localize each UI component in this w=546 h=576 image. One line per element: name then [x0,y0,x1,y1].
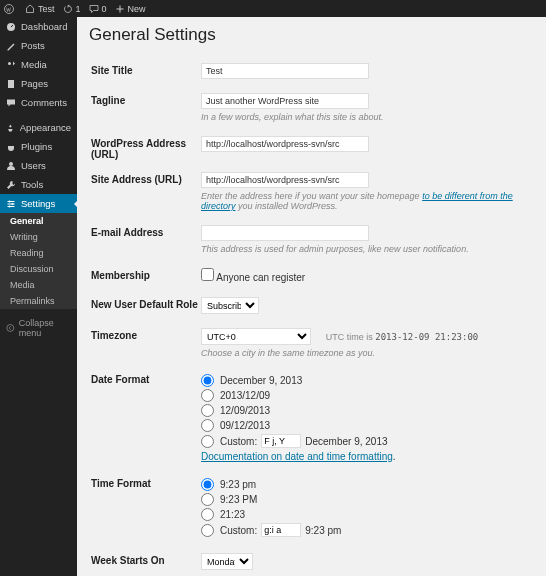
time-format-radio-custom[interactable] [201,524,214,537]
comments-link[interactable]: 0 [89,4,107,14]
menu-comments[interactable]: Comments [0,93,77,112]
date-format-radio-custom[interactable] [201,435,214,448]
site-url-label: Site Address (URL) [91,168,199,219]
timezone-select[interactable]: UTC+0 [201,328,311,345]
date-format-radio-1[interactable] [201,389,214,402]
collapse-menu[interactable]: Collapse menu [0,313,77,343]
menu-posts[interactable]: Posts [0,36,77,55]
svg-point-8 [9,200,11,202]
date-format-radio-0[interactable] [201,374,214,387]
svg-rect-3 [8,80,14,88]
svg-point-4 [9,162,13,166]
submenu-discussion[interactable]: Discussion [0,261,77,277]
utc-time: 2013-12-09 21:23:00 [375,332,478,342]
wp-url-input[interactable] [201,136,369,152]
time-format-radio-1[interactable] [201,493,214,506]
page-title: General Settings [89,25,534,45]
time-format-label: Time Format [91,472,199,547]
date-custom-input[interactable] [261,434,301,448]
membership-label: Membership [91,264,199,291]
week-select[interactable]: Monday [201,553,253,570]
settings-submenu: General Writing Reading Discussion Media… [0,213,77,309]
email-input[interactable] [201,225,369,241]
tagline-input[interactable] [201,93,369,109]
week-label: Week Starts On [91,549,199,576]
site-url-desc: Enter the address here if you want your … [201,191,532,211]
role-select[interactable]: Subscriber [201,297,259,314]
time-format-radio-2[interactable] [201,508,214,521]
submenu-permalinks[interactable]: Permalinks [0,293,77,309]
submenu-reading[interactable]: Reading [0,245,77,261]
new-content-link[interactable]: New [115,4,146,14]
main-content: General Settings Site Title Tagline In a… [77,17,546,576]
svg-point-10 [9,205,11,207]
timezone-label: Timezone [91,324,199,366]
site-url-input[interactable] [201,172,369,188]
date-format-radio-3[interactable] [201,419,214,432]
menu-settings[interactable]: Settings [0,194,77,213]
menu-pages[interactable]: Pages [0,74,77,93]
submenu-media[interactable]: Media [0,277,77,293]
admin-toolbar: Test 1 0 New [0,0,546,17]
svg-point-2 [8,62,11,65]
menu-plugins[interactable]: Plugins [0,137,77,156]
site-link[interactable]: Test [25,4,55,14]
tagline-desc: In a few words, explain what this site i… [201,112,532,122]
svg-point-9 [12,203,14,205]
wp-url-label: WordPress Address (URL) [91,132,199,166]
menu-appearance[interactable]: Appearance [0,118,77,137]
membership-checkbox[interactable] [201,268,214,281]
svg-point-0 [5,4,14,13]
admin-sidebar: Dashboard Posts Media Pages Comments App… [0,17,77,576]
email-label: E-mail Address [91,221,199,262]
time-custom-input[interactable] [261,523,301,537]
menu-users[interactable]: Users [0,156,77,175]
date-doc-link[interactable]: Documentation on date and time formattin… [201,451,393,462]
date-format-label: Date Format [91,368,199,470]
membership-checkbox-label: Anyone can register [216,272,305,283]
time-format-radio-0[interactable] [201,478,214,491]
svg-point-11 [7,325,14,332]
site-title-label: Site Title [91,59,199,87]
timezone-desc: Choose a city in the same timezone as yo… [201,348,532,358]
tagline-label: Tagline [91,89,199,130]
email-desc: This address is used for admin purposes,… [201,244,532,254]
submenu-writing[interactable]: Writing [0,229,77,245]
menu-dashboard[interactable]: Dashboard [0,17,77,36]
updates-link[interactable]: 1 [63,4,81,14]
role-label: New User Default Role [91,293,199,322]
utc-prefix: UTC time is [326,332,376,342]
menu-media[interactable]: Media [0,55,77,74]
date-format-radio-2[interactable] [201,404,214,417]
wp-logo-icon[interactable] [4,4,17,14]
submenu-general[interactable]: General [0,213,77,229]
site-title-input[interactable] [201,63,369,79]
menu-tools[interactable]: Tools [0,175,77,194]
